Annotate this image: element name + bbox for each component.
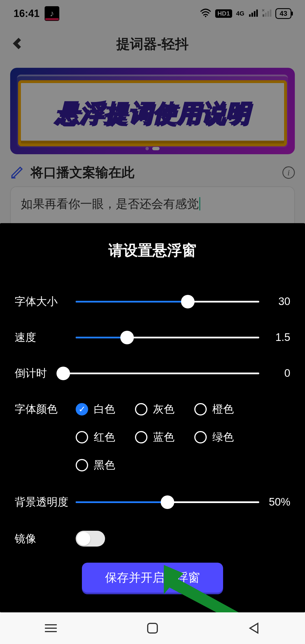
fontsize-label: 字体大小 <box>15 294 76 309</box>
svg-rect-16 <box>148 623 157 633</box>
save-button-label: 保存并开启悬浮窗 <box>105 570 200 586</box>
speed-value: 1.5 <box>259 331 290 343</box>
speed-slider[interactable] <box>76 332 259 343</box>
nav-home[interactable] <box>144 620 161 637</box>
countdown-row: 倒计时 0 <box>15 366 290 380</box>
nav-back[interactable] <box>246 620 263 637</box>
opacity-row: 背景透明度 50% <box>15 495 290 509</box>
save-button[interactable]: 保存并开启悬浮窗 <box>82 563 223 593</box>
mirror-label: 镜像 <box>15 532 76 546</box>
fontcolor-options: ✓白色 灰色 橙色 红色 蓝色 绿色 黑色 <box>76 402 290 472</box>
fontcolor-row: 字体颜色 ✓白色 灰色 橙色 红色 蓝色 绿色 黑色 <box>15 402 290 472</box>
svg-marker-17 <box>250 623 258 633</box>
nav-recent[interactable] <box>42 620 59 637</box>
color-black[interactable]: 黑色 <box>76 458 115 472</box>
color-orange[interactable]: 橙色 <box>194 402 234 416</box>
speed-row: 速度 1.5 <box>15 330 290 345</box>
color-gray[interactable]: 灰色 <box>135 402 175 416</box>
fontcolor-label: 字体颜色 <box>15 402 76 416</box>
sheet-title: 请设置悬浮窗 <box>15 241 290 260</box>
settings-sheet: 请设置悬浮窗 字体大小 30 速度 1.5 倒计时 0 字体颜色 ✓白 <box>0 223 305 612</box>
color-blue[interactable]: 蓝色 <box>135 430 175 444</box>
countdown-value: 0 <box>259 367 290 379</box>
speed-label: 速度 <box>15 330 76 345</box>
color-white[interactable]: ✓白色 <box>76 402 115 416</box>
mirror-toggle[interactable] <box>76 531 105 547</box>
mirror-row: 镜像 <box>15 531 290 547</box>
fontsize-slider[interactable] <box>76 296 259 307</box>
opacity-label: 背景透明度 <box>15 495 76 509</box>
countdown-slider[interactable] <box>63 368 259 379</box>
color-green[interactable]: 绿色 <box>194 430 234 444</box>
opacity-value: 50% <box>259 496 290 508</box>
fontsize-value: 30 <box>259 295 290 308</box>
fontsize-row: 字体大小 30 <box>15 294 290 309</box>
opacity-slider[interactable] <box>76 497 259 508</box>
screen: 16:41 ♪ HD1 4G × 43 提词器-轻抖 悬浮提词使用说明 <box>0 0 305 644</box>
color-red[interactable]: 红色 <box>76 430 115 444</box>
system-navbar <box>0 612 305 644</box>
